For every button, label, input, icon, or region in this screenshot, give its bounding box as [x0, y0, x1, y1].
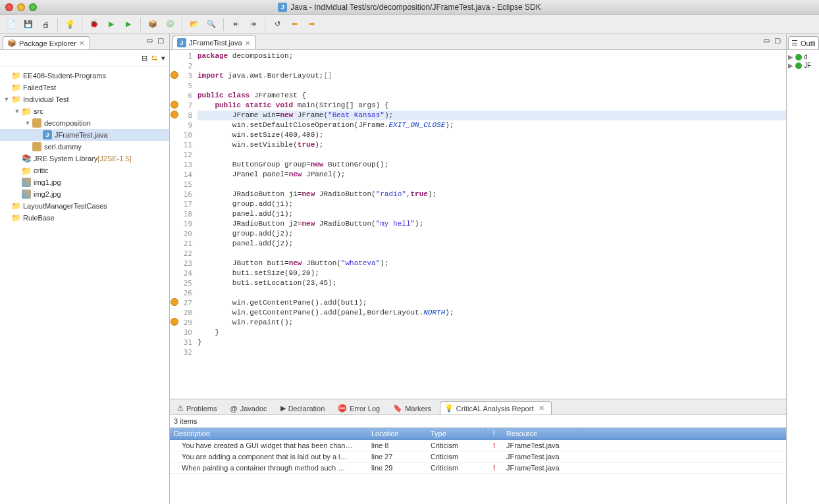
- annotation-next-button[interactable]: ↠: [246, 17, 260, 32]
- quickfix-icon[interactable]: [171, 111, 178, 118]
- outline-item[interactable]: ▶JF: [788, 61, 818, 70]
- maximize-view-icon[interactable]: ▢: [157, 36, 167, 45]
- annotation-prev-button[interactable]: ↞: [228, 17, 243, 32]
- zoom-window-button[interactable]: [29, 3, 37, 11]
- code-line[interactable]: [198, 81, 786, 91]
- quickfix-icon[interactable]: [171, 101, 178, 109]
- close-icon[interactable]: ✕: [245, 39, 250, 47]
- search-button[interactable]: 🔍: [204, 17, 219, 32]
- back-button[interactable]: ⬅: [287, 17, 302, 32]
- editor-tab[interactable]: J JFrameTest.java ✕: [172, 36, 256, 49]
- code-line[interactable]: win.setVisible(true);: [198, 140, 786, 150]
- tree-item[interactable]: ▼📁src: [0, 105, 169, 117]
- code-line[interactable]: }: [198, 328, 786, 338]
- code-line[interactable]: [198, 288, 786, 298]
- code-line[interactable]: [198, 150, 786, 160]
- new-class-button[interactable]: Ⓒ: [163, 17, 177, 32]
- bulb-button[interactable]: 💡: [63, 17, 77, 32]
- annotation-ruler[interactable]: [170, 50, 179, 399]
- close-icon[interactable]: ✕: [79, 39, 84, 47]
- code-line[interactable]: JButton but1=new JButton("whateva");: [198, 259, 786, 268]
- outline-item[interactable]: ▶d: [788, 53, 818, 61]
- chevron-down-icon[interactable]: ▼: [3, 96, 11, 103]
- tree-item[interactable]: ▼📁Individual Test: [0, 93, 169, 105]
- code-line[interactable]: [198, 347, 786, 357]
- minimize-window-button[interactable]: [17, 3, 25, 11]
- code-line[interactable]: [198, 180, 786, 189]
- quickfix-icon[interactable]: [171, 318, 178, 326]
- chevron-right-icon[interactable]: ▶: [788, 62, 793, 69]
- bottom-tab[interactable]: ▶Declaration: [276, 401, 332, 415]
- tree-item[interactable]: ▼decomposition: [0, 117, 169, 129]
- code-line[interactable]: panel.add(j1);: [198, 209, 786, 219]
- close-icon[interactable]: ✕: [539, 404, 544, 413]
- outline-tab[interactable]: ☰ Outli: [788, 36, 819, 49]
- code-line[interactable]: package decomposition;: [198, 51, 786, 61]
- open-type-button[interactable]: 📂: [187, 17, 201, 32]
- code-line[interactable]: JPanel panel=new JPanel();: [198, 170, 786, 180]
- code-line[interactable]: group.add(j1);: [198, 199, 786, 209]
- new-button[interactable]: 📄: [4, 17, 18, 32]
- code-line[interactable]: win.setSize(400,400);: [198, 130, 786, 140]
- chevron-down-icon[interactable]: ▼: [24, 120, 32, 126]
- code-line[interactable]: ButtonGroup group=new ButtonGroup();: [198, 160, 786, 170]
- minimize-view-icon[interactable]: ▭: [763, 36, 772, 45]
- tree-item[interactable]: 📁RuleBase: [0, 212, 169, 224]
- tree-item[interactable]: 📁EE408-Student-Programs: [0, 70, 169, 82]
- code-line[interactable]: import java.awt.BorderLayout;[]: [198, 71, 786, 81]
- code-line[interactable]: but1.setSize(90,20);: [198, 268, 786, 278]
- tree-item[interactable]: serl.dummy: [0, 141, 169, 153]
- quickfix-icon[interactable]: [171, 71, 178, 79]
- col-resource[interactable]: Resource: [502, 428, 581, 440]
- code-line[interactable]: win.getContentPane().add(panel,BorderLay…: [198, 308, 786, 318]
- bottom-tab[interactable]: ⚠Problems: [172, 401, 224, 415]
- col-location[interactable]: Location: [367, 428, 427, 440]
- code-line[interactable]: group.add(j2);: [198, 229, 786, 239]
- view-menu-icon[interactable]: ▾: [161, 54, 165, 63]
- code-line[interactable]: panel.add(j2);: [198, 239, 786, 249]
- table-row[interactable]: When painting a container through method…: [170, 463, 786, 474]
- minimize-view-icon[interactable]: ▭: [146, 36, 155, 45]
- code-line[interactable]: win.setDefaultCloseOperation(JFrame.EXIT…: [198, 120, 786, 130]
- bottom-tab[interactable]: 🔖Markers: [388, 401, 438, 415]
- outline-view[interactable]: ▶d▶JF: [787, 50, 819, 72]
- tree-item[interactable]: 📚JRE System Library [J2SE-1.5]: [0, 153, 169, 164]
- collapse-all-icon[interactable]: ⊟: [142, 54, 147, 63]
- run-ext-button[interactable]: ▶: [121, 17, 136, 32]
- debug-button[interactable]: 🐞: [87, 17, 101, 32]
- tree-item[interactable]: img2.jpg: [0, 188, 169, 200]
- code-line[interactable]: but1.setLocation(23,45);: [198, 278, 786, 288]
- code-line[interactable]: [198, 249, 786, 259]
- link-editor-icon[interactable]: ⇆: [151, 54, 157, 63]
- tree-item[interactable]: JJFrameTest.java: [0, 129, 169, 141]
- col-type[interactable]: Type: [427, 428, 486, 440]
- table-row[interactable]: You are adding a component that is laid …: [170, 451, 786, 463]
- code-line[interactable]: win.repaint();: [198, 318, 786, 328]
- close-window-button[interactable]: [5, 3, 13, 11]
- new-package-button[interactable]: 📦: [145, 17, 160, 32]
- col-bang[interactable]: !: [486, 428, 502, 440]
- chevron-right-icon[interactable]: ▶: [788, 53, 793, 61]
- code-line[interactable]: JRadioButton j1=new JRadioButton("radio"…: [198, 189, 786, 199]
- last-edit-button[interactable]: ↺: [270, 17, 284, 32]
- tree-item[interactable]: 📁LayoutManagerTestCases: [0, 200, 169, 212]
- code-line[interactable]: JRadioButton j2=new JRadioButton("my hel…: [198, 219, 786, 229]
- code-line[interactable]: }: [198, 338, 786, 347]
- code-line[interactable]: public class JFrameTest {: [198, 91, 786, 101]
- bottom-tab[interactable]: @Javadoc: [225, 402, 274, 415]
- quickfix-icon[interactable]: [171, 298, 178, 306]
- code-line[interactable]: public static void main(String[] args) {: [198, 101, 786, 111]
- print-button[interactable]: 🖨: [38, 17, 53, 32]
- tree-item[interactable]: 📁critic: [0, 164, 169, 176]
- forward-button[interactable]: ➡: [304, 17, 319, 32]
- code-line[interactable]: JFrame win=new JFrame("Beat Kansas");: [198, 111, 786, 120]
- bottom-tab[interactable]: ⛔Error Log: [333, 401, 387, 415]
- run-button[interactable]: ▶: [104, 17, 119, 32]
- package-explorer-tab[interactable]: 📦 Package Explorer ✕: [3, 36, 90, 49]
- table-row[interactable]: You have created a GUI widget that has b…: [170, 440, 786, 451]
- tree-item[interactable]: img1.jpg: [0, 176, 169, 188]
- save-button[interactable]: 💾: [21, 17, 36, 32]
- package-tree[interactable]: 📁EE408-Student-Programs📁FailedTest▼📁Indi…: [0, 67, 169, 504]
- col-description[interactable]: Description: [170, 428, 367, 440]
- code-line[interactable]: [198, 61, 786, 71]
